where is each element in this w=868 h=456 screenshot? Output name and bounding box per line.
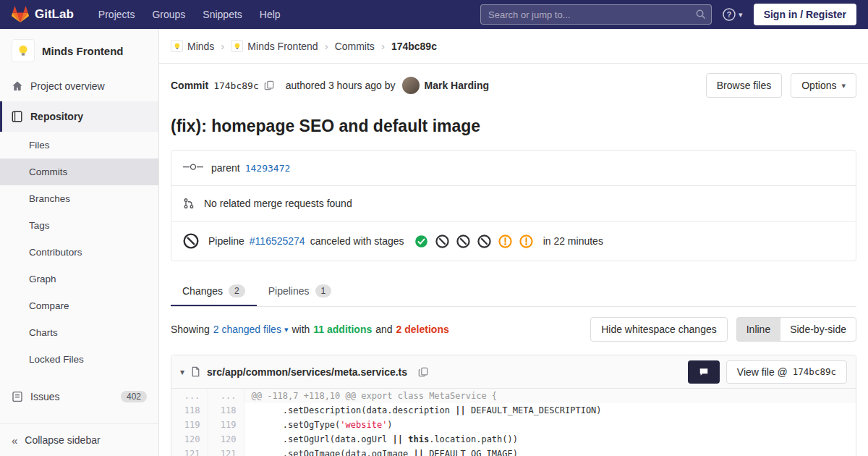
collapse-label: Collapse sidebar xyxy=(25,434,100,446)
breadcrumb-item-commits[interactable]: Commits xyxy=(335,41,375,52)
breadcrumb-item-174bc89c[interactable]: 174bc89c xyxy=(391,41,437,52)
parent-sha-link[interactable]: 14293472 xyxy=(245,163,291,174)
sidebar-item-compare[interactable]: Compare xyxy=(0,292,158,319)
nav-link-snippets[interactable]: Snippets xyxy=(194,0,250,29)
chevron-down-icon: ▾ xyxy=(739,10,743,20)
pipeline-stage-success-icon[interactable] xyxy=(414,235,428,248)
diff-new-line-number[interactable]: 120 xyxy=(208,432,244,447)
lightbulb-icon xyxy=(231,40,243,52)
breadcrumb-item-minds[interactable]: Minds xyxy=(171,40,214,52)
search-input[interactable] xyxy=(480,4,712,25)
sidebar-item-contributors[interactable]: Contributors xyxy=(0,239,158,266)
diff-code-line: .setDescription(data.description || DEFA… xyxy=(244,403,856,418)
breadcrumb-label: Minds Frontend xyxy=(247,41,318,52)
pipeline-stage-canceled-icon[interactable] xyxy=(477,235,491,248)
nav-link-help[interactable]: Help xyxy=(251,0,289,29)
breadcrumb-label: 174bc89c xyxy=(391,41,437,52)
and-label: and xyxy=(375,324,392,335)
diff-old-line-number[interactable]: ... xyxy=(171,389,208,403)
diff-file-header: ▾ src/app/common/services/meta.service.t… xyxy=(171,355,856,389)
collapse-diff-icon[interactable]: ▾ xyxy=(180,367,184,377)
collapse-sidebar-button[interactable]: « Collapse sidebar xyxy=(0,423,158,456)
copy-icon xyxy=(264,80,274,90)
additions-count: 11 additions xyxy=(313,324,372,335)
pipeline-stage-canceled-icon[interactable] xyxy=(435,235,449,248)
related-mr-row: No related merge requests found xyxy=(171,185,856,221)
pipeline-stage-warning-icon[interactable] xyxy=(519,235,533,248)
sidebar-item-commits[interactable]: Commits xyxy=(0,159,158,185)
diff-file-card: ▾ src/app/common/services/meta.service.t… xyxy=(171,355,856,456)
deletions-count: 2 deletions xyxy=(396,324,449,335)
breadcrumb: Minds›Minds Frontend›Commits›174bc89c xyxy=(159,29,868,64)
search-icon[interactable] xyxy=(695,9,706,20)
author-avatar[interactable] xyxy=(402,77,420,94)
sidebar-item-locked-files[interactable]: Locked Files xyxy=(0,346,158,373)
changed-files-label: 2 changed files xyxy=(213,324,281,335)
changed-files-dropdown[interactable]: 2 changed files ▾ xyxy=(213,324,289,335)
authored-text: authored 3 hours ago by xyxy=(286,80,396,91)
diff-new-line-number[interactable]: ... xyxy=(208,389,244,403)
view-file-button[interactable]: View file @ 174bc89c xyxy=(726,360,847,384)
svg-text:?: ? xyxy=(727,10,731,19)
merge-request-icon xyxy=(183,198,195,209)
sidebar-item-branches[interactable]: Branches xyxy=(0,185,158,212)
help-menu-button[interactable]: ? ▾ xyxy=(723,8,743,21)
pipeline-canceled-icon xyxy=(183,233,199,249)
primary-nav: ProjectsGroupsSnippetsHelp xyxy=(90,0,289,29)
diff-code-line: .setOgImage(data.ogImage || DEFAULT_OG_I… xyxy=(244,447,856,456)
sidebar-item-files[interactable]: Files xyxy=(0,132,158,159)
lightbulb-icon xyxy=(171,40,183,52)
sidebar-item-tags[interactable]: Tags xyxy=(0,212,158,239)
copy-sha-button[interactable] xyxy=(263,79,276,92)
tab-count-badge: 1 xyxy=(315,284,332,297)
commit-label: Commit xyxy=(171,80,208,91)
view-file-label: View file @ xyxy=(737,366,788,378)
home-icon xyxy=(12,80,23,92)
no-related-mr-text: No related merge requests found xyxy=(204,198,352,209)
tab-pipelines[interactable]: Pipelines1 xyxy=(257,276,344,306)
commit-info-box: parent 14293472 No related merge request… xyxy=(171,150,856,261)
pipeline-stage-warning-icon[interactable] xyxy=(498,235,512,248)
side-by-side-view-button[interactable]: Side-by-side xyxy=(780,317,856,342)
diff-old-line-number[interactable]: 118 xyxy=(171,403,208,418)
nav-link-projects[interactable]: Projects xyxy=(90,0,144,29)
options-button[interactable]: Options ▾ xyxy=(791,73,856,98)
tab-changes[interactable]: Changes2 xyxy=(171,276,257,306)
diff-new-line-number[interactable]: 119 xyxy=(208,418,244,432)
pipeline-id-link[interactable]: #116525274 xyxy=(250,235,305,247)
author-name-link[interactable]: Mark Harding xyxy=(425,80,489,91)
diff-old-line-number[interactable]: 121 xyxy=(171,447,208,456)
main-content: Minds›Minds Frontend›Commits›174bc89c Co… xyxy=(159,29,868,456)
copy-file-path-button[interactable] xyxy=(417,366,430,379)
file-icon xyxy=(190,366,201,377)
project-header[interactable]: Minds Frontend xyxy=(0,29,158,71)
toggle-comments-button[interactable] xyxy=(688,360,720,384)
inline-view-button[interactable]: Inline xyxy=(736,317,780,342)
browse-files-button[interactable]: Browse files xyxy=(706,73,782,98)
sidebar-item-graph[interactable]: Graph xyxy=(0,266,158,292)
gitlab-home-link[interactable]: GitLab xyxy=(12,6,74,23)
sidebar-item-issues[interactable]: Issues 402 xyxy=(0,381,158,412)
with-label: with xyxy=(292,324,310,335)
project-sidebar: Minds Frontend Project overview Reposito… xyxy=(0,29,159,456)
diff-old-line-number[interactable]: 120 xyxy=(171,432,208,447)
sidebar-item-charts[interactable]: Charts xyxy=(0,319,158,346)
diff-new-line-number[interactable]: 121 xyxy=(208,447,244,456)
lightbulb-icon xyxy=(16,43,30,58)
sign-in-button[interactable]: Sign in / Register xyxy=(754,4,856,25)
diff-old-line-number[interactable]: 119 xyxy=(171,418,208,432)
hide-whitespace-button[interactable]: Hide whitespace changes xyxy=(590,317,728,342)
sidebar-item-repository[interactable]: Repository xyxy=(0,101,158,132)
commit-meta-row: Commit 174bc89c authored 3 hours ago by … xyxy=(171,73,856,98)
help-icon: ? xyxy=(723,8,736,21)
sidebar-item-project-overview[interactable]: Project overview xyxy=(0,71,158,101)
commit-icon xyxy=(183,163,203,173)
breadcrumb-item-minds-frontend[interactable]: Minds Frontend xyxy=(231,40,318,52)
breadcrumb-separator-icon: › xyxy=(381,40,385,52)
pipeline-stage-canceled-icon[interactable] xyxy=(456,235,470,248)
diff-file-path[interactable]: src/app/common/services/meta.service.ts xyxy=(207,366,407,378)
diff-new-line-number[interactable]: 118 xyxy=(208,403,244,418)
nav-link-groups[interactable]: Groups xyxy=(143,0,194,29)
diff-table: ......@@ -118,7 +118,10 @@ export class … xyxy=(171,389,856,456)
breadcrumb-separator-icon: › xyxy=(221,40,224,52)
